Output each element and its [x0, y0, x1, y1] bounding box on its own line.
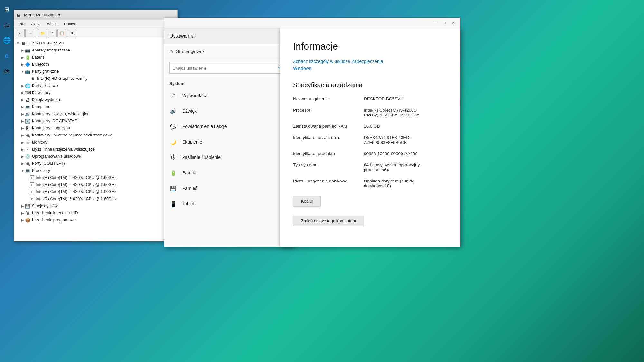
- settings-item-sound[interactable]: 🔊 Dźwięk: [164, 103, 293, 119]
- spec-value-devid: D5EB42A7-91E3-43ED-A7F6-8583F8F6B5CB: [364, 135, 448, 145]
- expand-graphics[interactable]: ▼: [20, 69, 25, 74]
- settings-item-display[interactable]: 🖥 Wyświetlacz: [164, 88, 293, 103]
- tree-item[interactable]: □ Intel(R) Core(TM) i5-4200U CPU @ 1.60G…: [14, 188, 177, 195]
- settings-item-power[interactable]: ⏻ Zasilanie i uśpienie: [164, 150, 293, 165]
- expand-audio[interactable]: ▶: [20, 112, 25, 116]
- monitor-button[interactable]: 🖥: [67, 29, 76, 37]
- expand-keyboards[interactable]: ▶: [20, 90, 25, 95]
- expand-hid[interactable]: ▶: [20, 211, 25, 215]
- taskbar-left: ⊞ 🗂 🌐 e 🛍: [0, 0, 14, 362]
- spec-row-touch: Pióro i urządzenia dotykowe Obsługa doty…: [293, 179, 448, 188]
- device-manager-title: Menedżer urządzeń: [24, 13, 175, 17]
- graphics-icon: 📺: [25, 69, 31, 74]
- tree-item[interactable]: ▶ 🔌 Kontrolery uniwersalnej magistrali s…: [14, 132, 177, 139]
- hid-label: Urządzenia interfejsu HID: [32, 211, 78, 215]
- expand-bluetooth[interactable]: ▶: [20, 62, 25, 67]
- battery-label: Baterie: [32, 55, 45, 60]
- tree-item[interactable]: ▶ 💽 Kontrolery IDE ATA/ATAPI: [14, 117, 177, 125]
- expand-storage[interactable]: ▶: [20, 126, 25, 130]
- info-security-link[interactable]: Zobacz szczegóły w usłudze Zabezpieczeni…: [293, 58, 448, 72]
- tree-item[interactable]: ▶ 🌐 Karty sieciowe: [14, 82, 177, 89]
- storage-icon: 🗄: [25, 125, 31, 131]
- tablet-label: Tablet: [182, 201, 194, 206]
- rename-button[interactable]: Zmień nazwę tego komputera: [293, 216, 364, 226]
- settings-item-focus[interactable]: 🌙 Skupienie: [164, 134, 293, 150]
- tree-item[interactable]: ▶ 🔷 Bluetooth: [14, 61, 177, 68]
- tree-item[interactable]: □ Intel(R) Core(TM) i5-4200U CPU @ 1.60G…: [14, 195, 177, 202]
- tree-item[interactable]: ▶ 🔊 Kontrolery dźwięku, wideo i gier: [14, 110, 177, 117]
- expand-firmware[interactable]: ▶: [20, 154, 25, 159]
- device-tree[interactable]: ▼ 🖥 DESKTOP-BC5SVLI ▶ 📷 Aparaty fotograf…: [14, 38, 177, 241]
- tree-item[interactable]: ▶ 📷 Aparaty fotograficzne: [14, 47, 177, 54]
- ports-icon: 🔌: [25, 161, 31, 166]
- storage-settings-icon: 💾: [169, 184, 177, 192]
- help-button[interactable]: ?: [48, 29, 57, 37]
- tree-item[interactable]: ▼ 📺 Karty graficzne: [14, 68, 177, 75]
- close-button[interactable]: ✕: [449, 20, 458, 26]
- tree-item[interactable]: □ Intel(R) Core(TM) i5-4200U CPU @ 1.60G…: [14, 174, 177, 181]
- tree-item[interactable]: 🖥 Intel(R) HD Graphics Family: [14, 75, 177, 82]
- back-button[interactable]: ←: [16, 29, 25, 37]
- expand-ide[interactable]: ▶: [20, 119, 25, 123]
- tree-item[interactable]: ▶ ⌨ Klawiatury: [14, 89, 177, 96]
- tree-item[interactable]: □ Intel(R) Core(TM) i5-4200U CPU @ 1.60G…: [14, 181, 177, 188]
- tree-item[interactable]: ▶ 🖱 Mysz i inne urządzenia wskazujące: [14, 146, 177, 153]
- edge-icon[interactable]: e: [0, 48, 14, 63]
- tree-item[interactable]: ▶ 🖱 Urządzenia interfejsu HID: [14, 209, 177, 217]
- tree-root[interactable]: ▼ 🖥 DESKTOP-BC5SVLI: [14, 40, 177, 47]
- minimize-button[interactable]: —: [431, 20, 440, 26]
- root-icon: 🖥: [20, 40, 26, 46]
- copy-button[interactable]: Kopiuj: [293, 196, 321, 207]
- drives-icon: 💾: [25, 203, 31, 209]
- expand-computer[interactable]: ▶: [20, 105, 25, 109]
- expand-root[interactable]: ▼: [16, 41, 20, 45]
- search-box[interactable]: 🔍: [169, 62, 288, 74]
- system-section-label: System: [164, 77, 293, 88]
- expand-processors[interactable]: ▼: [20, 168, 25, 173]
- tree-item[interactable]: ▶ 🖥 Monitory: [14, 139, 177, 146]
- settings-item-battery[interactable]: 🔋 Bateria: [164, 165, 293, 181]
- tree-item[interactable]: ▶ 💻 Komputer: [14, 103, 177, 110]
- search-input[interactable]: [173, 66, 277, 70]
- forward-button[interactable]: →: [25, 29, 34, 37]
- menu-pomoc[interactable]: Pomoc: [62, 21, 79, 27]
- cpu1-label: Intel(R) Core(TM) i5-4200U CPU @ 1.60GHz: [36, 175, 117, 180]
- expand-cameras[interactable]: ▶: [20, 48, 25, 52]
- tree-item[interactable]: ▶ 💾 Stacje dysków: [14, 202, 177, 209]
- menu-plik[interactable]: Plik: [16, 21, 27, 27]
- settings-home-nav[interactable]: ⌂ Strona główna: [164, 44, 293, 59]
- spec-value-touch: Obsługa dotykiem (punktydotykowe: 10): [364, 179, 448, 188]
- store-icon[interactable]: 🛍: [0, 63, 14, 79]
- tree-item[interactable]: ▶ 🔌 Porty (COM i LPT): [14, 160, 177, 167]
- expand-monitors[interactable]: ▶: [20, 140, 25, 144]
- maximize-button[interactable]: □: [440, 20, 449, 26]
- tree-item[interactable]: ▼ 💻 Procesory: [14, 167, 177, 174]
- tree-item[interactable]: ▶ 💿 Oprogramowanie układowe: [14, 153, 177, 160]
- expand-battery[interactable]: ▶: [20, 55, 25, 60]
- menu-widok[interactable]: Widok: [44, 21, 60, 27]
- tree-item[interactable]: ▶ 📦 Urządzenia programowe: [14, 217, 177, 224]
- power-label: Zasilanie i uśpienie: [182, 155, 221, 160]
- expand-print[interactable]: ▶: [20, 97, 25, 102]
- menu-akcja[interactable]: Akcja: [28, 21, 43, 27]
- settings-item-storage[interactable]: 💾 Pamięć: [164, 181, 293, 196]
- tree-item[interactable]: ▶ 🔋 Baterie: [14, 54, 177, 61]
- info-panel: Informacje Zobacz szczegóły w usłudze Za…: [280, 28, 460, 247]
- expand-network[interactable]: ▶: [20, 83, 25, 88]
- expand-mouse[interactable]: ▶: [20, 147, 25, 152]
- folder-icon[interactable]: 🗂: [0, 17, 14, 32]
- settings-item-tablet[interactable]: 📱 Tablet: [164, 196, 293, 211]
- chrome-icon[interactable]: 🌐: [0, 32, 14, 48]
- folder-button[interactable]: 📁: [38, 29, 47, 37]
- start-icon[interactable]: ⊞: [0, 2, 14, 17]
- settings-item-notifications[interactable]: 💬 Powiadomienia i akcje: [164, 119, 293, 134]
- list-button[interactable]: 📋: [57, 29, 66, 37]
- info-main-title: Informacje: [293, 41, 448, 52]
- expand-usb[interactable]: ▶: [20, 133, 25, 137]
- expand-drives[interactable]: ▶: [20, 204, 25, 208]
- expand-software[interactable]: ▶: [20, 218, 25, 222]
- tree-item[interactable]: ▶ 🗄 Kontrolery magazynu: [14, 125, 177, 132]
- expand-ports[interactable]: ▶: [20, 161, 25, 166]
- tree-item[interactable]: ▶ 🖨 Kolejki wydruku: [14, 96, 177, 103]
- spec-label-prodid: Identyfikator produktu: [293, 151, 364, 156]
